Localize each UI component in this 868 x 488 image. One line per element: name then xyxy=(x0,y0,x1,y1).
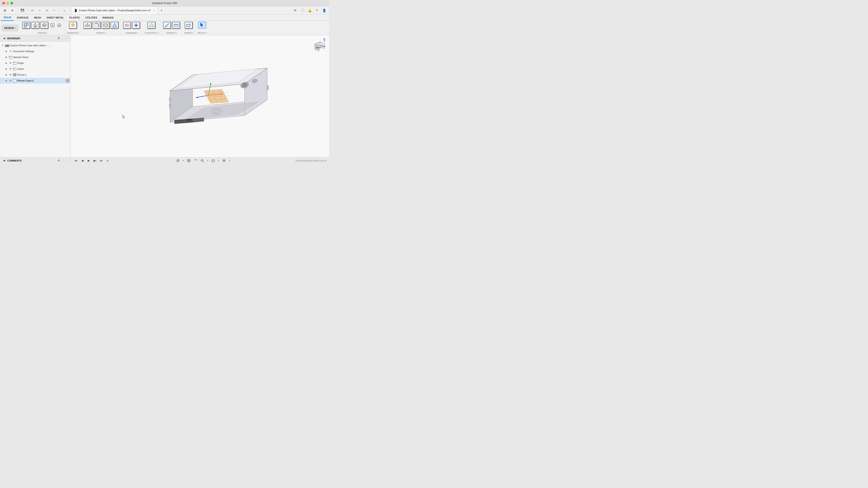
timeline-next-btn[interactable]: ▶| xyxy=(92,158,98,163)
browser-item-phone1[interactable]: ▶ 👁 Phone:1 xyxy=(0,72,70,78)
display-dropdown[interactable]: ▾ xyxy=(217,158,220,163)
generate-btn[interactable] xyxy=(69,22,77,29)
zoom-dropdown[interactable]: ▾ xyxy=(206,158,209,163)
help-button[interactable]: ? xyxy=(314,7,320,13)
design-dropdown[interactable]: DESIGN ▾ xyxy=(2,25,18,31)
close-button[interactable] xyxy=(2,2,5,4)
new-component-icon xyxy=(24,23,29,28)
new-tab-button[interactable]: + xyxy=(158,7,165,13)
insert-decal-btn[interactable] xyxy=(185,22,193,29)
construct-btn[interactable] xyxy=(147,22,156,29)
title-bar: Autodesk Fusion 360 xyxy=(0,0,329,6)
clock-button[interactable]: 🕐 xyxy=(299,7,306,13)
svg-marker-28 xyxy=(190,24,191,24)
minimize-button[interactable] xyxy=(6,2,9,4)
snap-dropdown[interactable]: ▾ xyxy=(182,158,185,163)
revolve-icon xyxy=(41,23,47,28)
create-group: CREATE ▾ xyxy=(20,21,64,35)
svg-marker-71 xyxy=(267,86,269,90)
browser-item-phone-case1[interactable]: ▶ 👁 Phone Case:1 xyxy=(0,78,70,84)
browser-back-btn[interactable]: ◀ xyxy=(2,36,6,41)
browser-item-origin[interactable]: ▶ 👁 Origin xyxy=(0,60,70,66)
origin-eye-icon: 👁 xyxy=(8,61,12,65)
section-analysis-btn[interactable] xyxy=(172,22,180,29)
named-views-arrow: ▶ xyxy=(4,55,8,59)
tab-plastic[interactable]: PLASTIC xyxy=(67,14,83,21)
browser-title: BROWSER xyxy=(7,37,56,40)
tab-solid[interactable]: SOLID xyxy=(1,14,14,21)
timeline-filter-btn[interactable]: ≡ xyxy=(105,158,110,163)
save-button[interactable]: 💾 xyxy=(19,7,26,13)
comments-collapse-btn[interactable]: ⋯ xyxy=(64,158,68,163)
browser-item-joints[interactable]: ▶ 👁 Joints xyxy=(0,66,70,72)
svg-rect-31 xyxy=(9,56,12,59)
orbit-btn[interactable] xyxy=(193,158,198,163)
zoom-btn[interactable] xyxy=(199,158,205,163)
select-btn[interactable] xyxy=(198,22,206,29)
home-button[interactable]: ⌂ xyxy=(61,7,68,13)
user-button[interactable]: 👤 xyxy=(321,7,327,13)
tab-utilities[interactable]: UTILITIES xyxy=(83,14,100,21)
create-small-2[interactable] xyxy=(56,22,62,29)
bell-button[interactable]: 🔔 xyxy=(307,7,313,13)
phone1-label: Phone:1 xyxy=(17,73,69,76)
browser-settings-btn[interactable]: ⚙ xyxy=(57,36,61,41)
viewport[interactable]: Z FRONT RIGHT xyxy=(70,35,329,164)
tab-mesh[interactable]: MESH xyxy=(31,14,44,21)
doc-settings-icon: ⚙ xyxy=(8,50,13,53)
extrude-btn[interactable] xyxy=(31,22,39,29)
tab-manage[interactable]: MANAGE xyxy=(100,14,116,21)
grid-visibility-btn[interactable] xyxy=(221,158,227,163)
joint-btn[interactable] xyxy=(123,22,131,29)
maximize-button[interactable] xyxy=(10,2,13,4)
tab-sheet-metal[interactable]: SHEET METAL xyxy=(44,14,67,21)
undo-dropdown[interactable]: ▾ xyxy=(37,7,43,13)
create-small-1[interactable] xyxy=(49,22,56,29)
svg-marker-92 xyxy=(196,160,197,161)
fillet-btn[interactable] xyxy=(92,22,101,29)
grid-dropdown[interactable]: ▾ xyxy=(228,158,231,163)
browser-item-root[interactable]: ▼ Custom Phone Case with Lattice – ... xyxy=(0,42,70,48)
motion-link-btn[interactable] xyxy=(132,22,140,29)
browser-collapse-btn[interactable]: ⋯ xyxy=(64,36,68,41)
comments-settings-btn[interactable]: ⚙ xyxy=(57,158,61,163)
notifications-button[interactable]: ⟳ xyxy=(292,7,298,13)
timeline-prev-btn[interactable]: ◀ xyxy=(80,158,85,163)
document-tab[interactable]: 📱 Custom Phone Case with Lattice – Produ… xyxy=(71,6,158,14)
select-icons xyxy=(198,22,206,29)
grid-snap-btn[interactable] xyxy=(186,158,191,163)
insert-icons xyxy=(185,22,193,29)
svg-rect-38 xyxy=(13,79,16,82)
timeline-controls: ⏮ ◀ ▶ ▶| ⏭ ≡ xyxy=(73,158,110,163)
svg-rect-1 xyxy=(26,23,28,25)
timeline-last-btn[interactable]: ⏭ xyxy=(98,158,104,163)
shell-btn[interactable] xyxy=(101,22,110,29)
svg-point-11 xyxy=(58,24,61,27)
svg-rect-70 xyxy=(169,104,171,108)
snap-btn[interactable] xyxy=(175,158,181,163)
comments-title: COMMENTS xyxy=(7,159,56,162)
browser-item-doc-settings[interactable]: ▶ ⚙ Document Settings xyxy=(0,48,70,54)
undo-button[interactable]: ↩ xyxy=(29,7,36,13)
timeline-play-btn[interactable]: ▶ xyxy=(86,158,91,163)
redo-dropdown[interactable]: ▾ xyxy=(51,7,57,13)
svg-rect-90 xyxy=(187,161,188,162)
new-component-btn[interactable] xyxy=(22,22,30,29)
revolve-btn[interactable] xyxy=(40,22,49,29)
apps-button[interactable]: ⊞ xyxy=(2,7,8,13)
display-mode-btn[interactable] xyxy=(211,158,216,163)
bottom-toolbar: ⏮ ◀ ▶ ▶| ⏭ ≡ ▾ xyxy=(70,157,329,164)
combine-btn[interactable] xyxy=(111,22,119,29)
comments-expand-btn[interactable]: ◀ xyxy=(2,158,6,163)
workspace-dropdown[interactable]: ▾ xyxy=(9,7,16,13)
timeline-first-btn[interactable]: ⏮ xyxy=(73,158,79,163)
svg-rect-34 xyxy=(13,62,14,63)
tab-surface[interactable]: SURFACE xyxy=(14,14,31,21)
redo-button[interactable]: ↪ xyxy=(44,7,50,13)
push-pull-btn[interactable] xyxy=(84,22,92,29)
browser-item-named-views[interactable]: ▶ Named Views xyxy=(0,54,70,60)
view-cube[interactable]: Z FRONT RIGHT xyxy=(312,37,327,53)
phone-case1-indicator xyxy=(66,79,69,83)
svg-rect-36 xyxy=(13,68,14,69)
inspect-measure-btn[interactable] xyxy=(163,22,171,29)
